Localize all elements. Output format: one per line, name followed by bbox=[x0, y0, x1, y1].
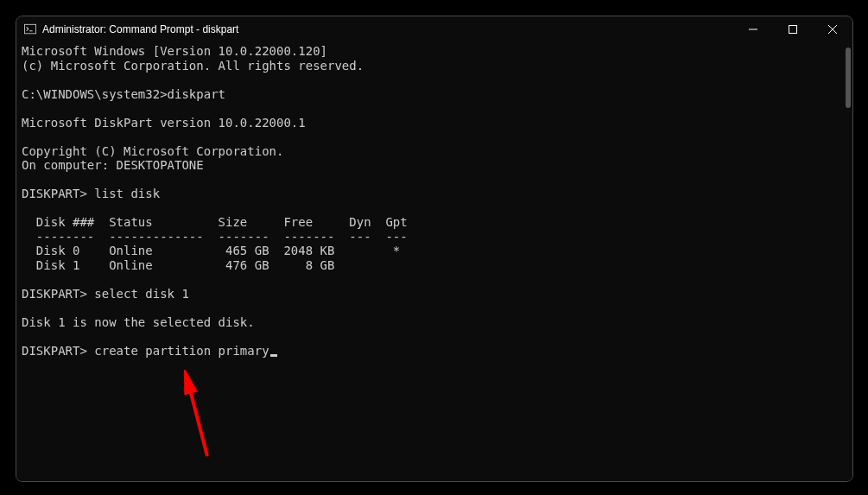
terminal-line: Disk 1 Online 476 GB 8 GB bbox=[22, 258, 334, 272]
terminal-line: Microsoft DiskPart version 10.0.22000.1 bbox=[22, 116, 306, 130]
terminal-line: Disk 1 is now the selected disk. bbox=[22, 315, 255, 329]
minimize-button[interactable] bbox=[733, 16, 773, 42]
close-button[interactable] bbox=[813, 16, 852, 42]
terminal-line: DISKPART> create partition primary bbox=[22, 344, 269, 358]
terminal-line: On computer: DESKTOPATONE bbox=[22, 158, 204, 172]
terminal-line: DISKPART> select disk 1 bbox=[22, 287, 189, 301]
window-controls bbox=[733, 16, 852, 42]
maximize-button[interactable] bbox=[773, 16, 813, 42]
scrollbar-thumb[interactable] bbox=[846, 48, 851, 108]
command-prompt-window: Administrator: Command Prompt - diskpart… bbox=[16, 16, 853, 482]
terminal-line: (c) Microsoft Corporation. All rights re… bbox=[22, 59, 364, 73]
cmd-icon bbox=[23, 22, 37, 36]
terminal-line: Disk ### Status Size Free Dyn Gpt bbox=[22, 215, 408, 229]
svg-rect-3 bbox=[789, 26, 797, 34]
terminal-line: C:\WINDOWS\system32>diskpart bbox=[22, 87, 225, 101]
terminal-line: Microsoft Windows [Version 10.0.22000.12… bbox=[22, 44, 327, 58]
titlebar[interactable]: Administrator: Command Prompt - diskpart bbox=[16, 16, 852, 42]
terminal-line: Disk 0 Online 465 GB 2048 KB * bbox=[22, 244, 400, 257]
terminal-output[interactable]: Microsoft Windows [Version 10.0.22000.12… bbox=[16, 42, 852, 481]
window-title: Administrator: Command Prompt - diskpart bbox=[42, 23, 238, 35]
terminal-line: DISKPART> list disk bbox=[22, 187, 160, 200]
svg-rect-0 bbox=[24, 24, 35, 34]
text-cursor bbox=[270, 354, 277, 357]
terminal-line: Copyright (C) Microsoft Corporation. bbox=[22, 144, 283, 158]
terminal-line: -------- ------------- ------- ------- -… bbox=[22, 230, 408, 244]
